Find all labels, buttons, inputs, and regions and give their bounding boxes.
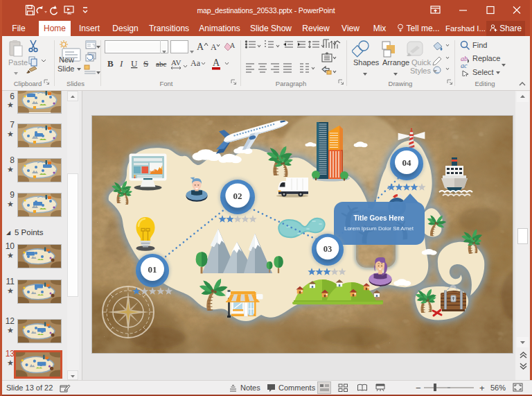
svg-text:03: 03 <box>323 244 332 254</box>
svg-text:A: A <box>197 42 204 52</box>
svg-text:Aa: Aa <box>190 58 201 68</box>
svg-text:B: B <box>107 58 114 69</box>
svg-text:U: U <box>131 58 138 69</box>
svg-text:abc: abc <box>156 60 166 68</box>
svg-text:02: 02 <box>233 191 242 201</box>
svg-text:ac: ac <box>461 62 468 69</box>
svg-text:Lorem Ipsum Dolor Sit Amet: Lorem Ipsum Dolor Sit Amet <box>344 225 414 232</box>
svg-text:01: 01 <box>148 264 157 275</box>
svg-text:S: S <box>143 58 148 69</box>
svg-text:A: A <box>213 58 220 68</box>
svg-text:A: A <box>211 42 217 52</box>
svg-text:04: 04 <box>402 157 412 168</box>
svg-text:I: I <box>119 58 123 69</box>
svg-text:Title Goes Here: Title Goes Here <box>353 214 405 222</box>
svg-text:AV: AV <box>171 58 181 67</box>
svg-text:A: A <box>230 42 236 49</box>
